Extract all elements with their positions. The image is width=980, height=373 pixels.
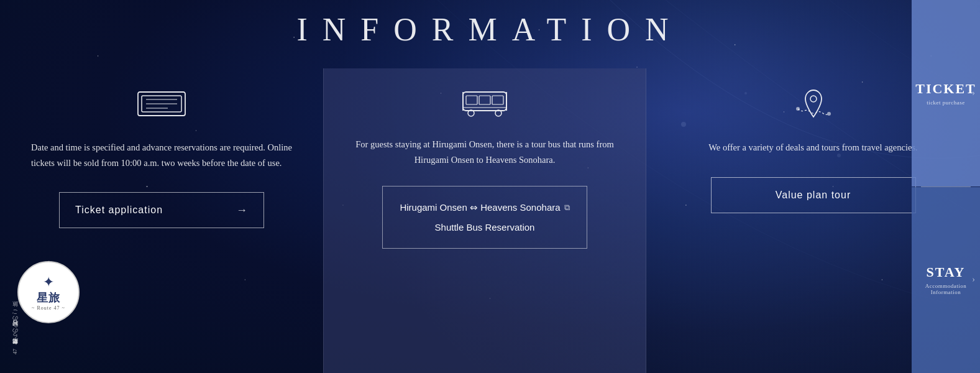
side-buttons: TICKET ticket purchase › STAY Accommodat… [912,0,980,373]
ticket-side-label: TICKET [915,81,976,97]
external-link-icon: ⧉ [564,200,570,214]
logo-text: 星旅 [37,290,60,305]
panel-left: Date and time is specified and advance r… [0,68,323,373]
svg-point-19 [827,112,831,116]
shuttle-label: Shuttle Bus Reservation [435,219,535,236]
stay-chevron-icon: › [972,275,975,285]
ticket-chevron-icon: › [972,88,975,98]
map-icon [792,87,835,121]
right-description: We offer a variety of deals and tours fr… [708,140,917,155]
ticket-side-button[interactable]: TICKET ticket purchase › [912,0,980,186]
ticket-icon [137,87,186,121]
logo-sub: ~ Route 47 ~ [32,305,65,311]
value-plan-label: Value plan tour [776,190,851,201]
svg-point-17 [810,96,817,102]
stay-side-sub: Accommodation Information [918,283,974,295]
svg-rect-9 [466,96,477,104]
ticket-application-button[interactable]: Ticket application → [59,192,264,228]
route-text: 47都道府県からの阿智村へのご旅 [11,311,19,354]
ticket-arrow-icon: → [236,204,248,217]
star-logo-icon: ✦ [43,274,54,290]
panel-center: For guests staying at Hirugami Onsen, th… [323,68,646,373]
stay-side-button[interactable]: STAY Accommodation Information › [912,187,980,374]
page-title: INFORMATION [0,11,980,48]
center-description: For guests staying at Hirugami Onsen, th… [349,137,621,167]
svg-rect-10 [479,96,490,104]
ticket-side-sub: ticket purchase [927,99,965,106]
shuttle-route: Hirugami Onsen ⇔ Heavens Sonohara ⧉ [400,199,569,216]
shuttle-reservation-button[interactable]: Hirugami Onsen ⇔ Heavens Sonohara ⧉ Shut… [382,186,587,249]
value-plan-button[interactable]: Value plan tour [711,177,916,213]
main-content: Date and time is specified and advance r… [0,68,980,373]
logo-bubble[interactable]: ✦ 星旅 ~ Route 47 ~ [17,261,80,323]
ticket-application-label: Ticket application [75,205,163,216]
svg-point-18 [796,107,800,111]
svg-rect-11 [492,96,503,104]
left-description: Date and time is specified and advance r… [25,140,298,170]
bus-icon [460,87,510,118]
stay-side-label: STAY [926,264,965,280]
